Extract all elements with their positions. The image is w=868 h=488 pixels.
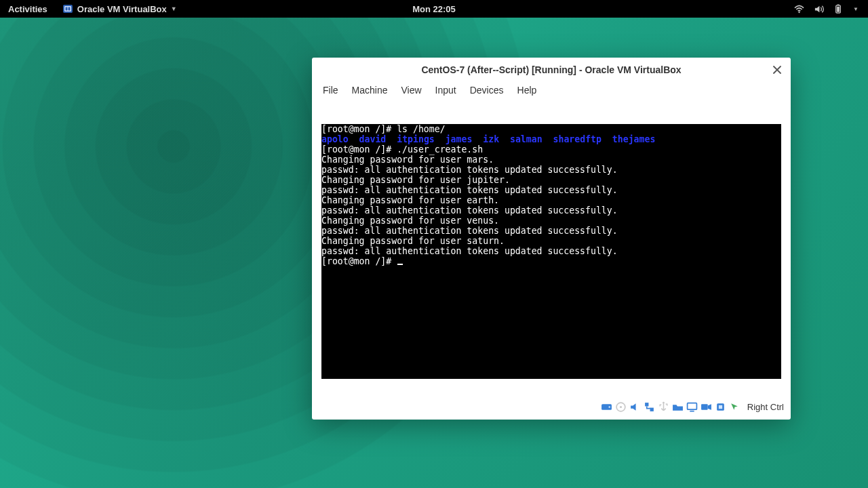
app-menu-label: Oracle VM VirtualBox bbox=[77, 4, 167, 14]
svg-rect-13 bbox=[650, 407, 653, 411]
optical-disk-icon[interactable] bbox=[615, 401, 627, 413]
vm-statusbar: Right Ctrl bbox=[312, 396, 791, 420]
display-icon[interactable] bbox=[686, 401, 698, 413]
hard-disk-icon[interactable] bbox=[601, 401, 612, 413]
shared-folders-icon[interactable] bbox=[672, 401, 684, 413]
volume-icon bbox=[814, 4, 824, 14]
guest-top-margin bbox=[312, 101, 791, 124]
usb-icon[interactable] bbox=[658, 401, 669, 413]
svg-rect-7 bbox=[837, 6, 840, 12]
svg-rect-2 bbox=[65, 7, 67, 11]
menu-input[interactable]: Input bbox=[429, 83, 463, 98]
guest-terminal[interactable]: [root@mon /]# ls /home/apolo david itpin… bbox=[321, 124, 781, 379]
menu-view[interactable]: View bbox=[394, 83, 428, 98]
svg-rect-17 bbox=[701, 404, 708, 410]
network-icon[interactable] bbox=[644, 401, 655, 413]
svg-rect-16 bbox=[690, 410, 694, 411]
wifi-icon bbox=[794, 4, 804, 14]
svg-point-4 bbox=[798, 12, 800, 13]
menu-help[interactable]: Help bbox=[511, 83, 544, 98]
virtualbox-window: CentOS-7 (After--Script) [Running] - Ora… bbox=[312, 58, 791, 420]
system-status-area[interactable]: ▼ bbox=[794, 4, 868, 14]
menu-machine[interactable]: Machine bbox=[345, 83, 395, 98]
menu-devices[interactable]: Devices bbox=[463, 83, 511, 98]
recording-icon[interactable] bbox=[701, 401, 712, 413]
svg-rect-12 bbox=[645, 403, 648, 406]
activities-button[interactable]: Activities bbox=[0, 4, 56, 14]
vm-menubar: File Machine View Input Devices Help bbox=[312, 82, 791, 101]
mouse-integration-icon[interactable] bbox=[729, 401, 741, 413]
audio-icon[interactable] bbox=[629, 401, 641, 413]
svg-rect-15 bbox=[687, 403, 696, 409]
svg-point-11 bbox=[620, 405, 622, 407]
chevron-down-icon: ▼ bbox=[171, 5, 177, 12]
svg-rect-19 bbox=[719, 405, 722, 408]
svg-rect-6 bbox=[837, 4, 840, 5]
app-menu[interactable]: Oracle VM VirtualBox ▼ bbox=[56, 3, 184, 14]
host-key-label: Right Ctrl bbox=[747, 402, 784, 412]
battery-icon bbox=[833, 4, 844, 14]
chevron-down-icon: ▼ bbox=[853, 6, 859, 12]
window-close-button[interactable] bbox=[770, 63, 784, 77]
svg-rect-3 bbox=[68, 7, 70, 11]
virtualbox-icon bbox=[62, 3, 73, 14]
gnome-top-bar: Activities Oracle VM VirtualBox ▼ Mon 22… bbox=[0, 0, 868, 18]
window-title: CentOS-7 (After--Script) [Running] - Ora… bbox=[421, 64, 681, 75]
cpu-icon[interactable] bbox=[715, 401, 726, 413]
svg-point-9 bbox=[608, 406, 610, 408]
svg-point-14 bbox=[663, 401, 665, 403]
window-titlebar[interactable]: CentOS-7 (After--Script) [Running] - Ora… bbox=[312, 58, 791, 82]
clock[interactable]: Mon 22:05 bbox=[412, 4, 456, 14]
menu-file[interactable]: File bbox=[316, 83, 345, 98]
